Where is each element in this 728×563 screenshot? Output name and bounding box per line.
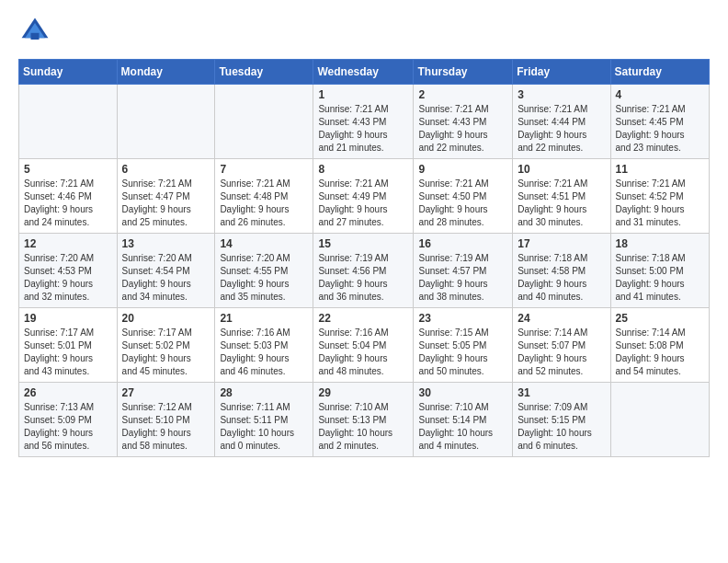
day-info: Sunrise: 7:21 AM Sunset: 4:48 PM Dayligh… xyxy=(220,178,308,229)
day-cell: 12Sunrise: 7:20 AM Sunset: 4:53 PM Dayli… xyxy=(19,234,118,308)
day-cell: 18Sunrise: 7:18 AM Sunset: 5:00 PM Dayli… xyxy=(610,234,709,308)
day-info: Sunrise: 7:20 AM Sunset: 4:54 PM Dayligh… xyxy=(122,252,210,304)
day-info: Sunrise: 7:14 AM Sunset: 5:08 PM Dayligh… xyxy=(616,327,704,378)
day-cell xyxy=(610,383,709,457)
calendar-table: SundayMondayTuesdayWednesdayThursdayFrid… xyxy=(18,59,710,457)
day-info: Sunrise: 7:17 AM Sunset: 5:01 PM Dayligh… xyxy=(24,327,112,378)
weekday-header-friday: Friday xyxy=(513,60,610,85)
day-number: 25 xyxy=(616,312,704,325)
day-cell: 15Sunrise: 7:19 AM Sunset: 4:56 PM Dayli… xyxy=(313,234,414,308)
day-info: Sunrise: 7:21 AM Sunset: 4:44 PM Dayligh… xyxy=(518,103,605,155)
day-cell: 5Sunrise: 7:21 AM Sunset: 4:46 PM Daylig… xyxy=(19,159,118,234)
day-cell: 7Sunrise: 7:21 AM Sunset: 4:48 PM Daylig… xyxy=(215,159,313,234)
day-info: Sunrise: 7:17 AM Sunset: 5:02 PM Dayligh… xyxy=(122,327,210,378)
day-cell: 26Sunrise: 7:13 AM Sunset: 5:09 PM Dayli… xyxy=(19,383,118,457)
day-cell: 31Sunrise: 7:09 AM Sunset: 5:15 PM Dayli… xyxy=(513,383,610,457)
day-cell: 14Sunrise: 7:20 AM Sunset: 4:55 PM Dayli… xyxy=(215,234,313,308)
day-number: 20 xyxy=(122,312,210,325)
day-number: 12 xyxy=(24,237,112,250)
day-info: Sunrise: 7:15 AM Sunset: 5:05 PM Dayligh… xyxy=(418,327,507,378)
day-cell xyxy=(19,85,118,159)
day-info: Sunrise: 7:12 AM Sunset: 5:10 PM Dayligh… xyxy=(122,401,210,453)
day-number: 18 xyxy=(616,237,704,250)
weekday-header-sunday: Sunday xyxy=(19,60,118,85)
weekday-header-saturday: Saturday xyxy=(610,60,709,85)
day-info: Sunrise: 7:09 AM Sunset: 5:15 PM Dayligh… xyxy=(518,401,605,453)
day-info: Sunrise: 7:14 AM Sunset: 5:07 PM Dayligh… xyxy=(518,327,605,378)
day-info: Sunrise: 7:21 AM Sunset: 4:52 PM Dayligh… xyxy=(616,178,704,229)
day-number: 31 xyxy=(518,386,605,399)
day-cell: 29Sunrise: 7:10 AM Sunset: 5:13 PM Dayli… xyxy=(313,383,414,457)
week-row-4: 19Sunrise: 7:17 AM Sunset: 5:01 PM Dayli… xyxy=(19,308,710,383)
day-cell: 6Sunrise: 7:21 AM Sunset: 4:47 PM Daylig… xyxy=(117,159,215,234)
day-cell: 27Sunrise: 7:12 AM Sunset: 5:10 PM Dayli… xyxy=(117,383,215,457)
day-cell: 28Sunrise: 7:11 AM Sunset: 5:11 PM Dayli… xyxy=(215,383,313,457)
day-info: Sunrise: 7:21 AM Sunset: 4:43 PM Dayligh… xyxy=(418,103,507,155)
week-row-3: 12Sunrise: 7:20 AM Sunset: 4:53 PM Dayli… xyxy=(19,234,710,308)
day-info: Sunrise: 7:20 AM Sunset: 4:53 PM Dayligh… xyxy=(24,252,112,304)
day-number: 24 xyxy=(518,312,605,325)
day-cell: 8Sunrise: 7:21 AM Sunset: 4:49 PM Daylig… xyxy=(313,159,414,234)
weekday-header-thursday: Thursday xyxy=(414,60,513,85)
day-cell: 3Sunrise: 7:21 AM Sunset: 4:44 PM Daylig… xyxy=(513,85,610,159)
day-info: Sunrise: 7:21 AM Sunset: 4:43 PM Dayligh… xyxy=(318,103,408,155)
calendar-page: SundayMondayTuesdayWednesdayThursdayFrid… xyxy=(0,0,728,472)
day-cell: 22Sunrise: 7:16 AM Sunset: 5:04 PM Dayli… xyxy=(313,308,414,383)
day-cell: 30Sunrise: 7:10 AM Sunset: 5:14 PM Dayli… xyxy=(414,383,513,457)
day-info: Sunrise: 7:21 AM Sunset: 4:51 PM Dayligh… xyxy=(518,178,605,229)
weekday-header-wednesday: Wednesday xyxy=(313,60,414,85)
day-number: 30 xyxy=(418,386,507,399)
day-info: Sunrise: 7:21 AM Sunset: 4:50 PM Dayligh… xyxy=(418,178,507,229)
day-cell: 21Sunrise: 7:16 AM Sunset: 5:03 PM Dayli… xyxy=(215,308,313,383)
day-number: 27 xyxy=(122,386,210,399)
day-cell: 25Sunrise: 7:14 AM Sunset: 5:08 PM Dayli… xyxy=(610,308,709,383)
week-row-5: 26Sunrise: 7:13 AM Sunset: 5:09 PM Dayli… xyxy=(19,383,710,457)
day-cell: 19Sunrise: 7:17 AM Sunset: 5:01 PM Dayli… xyxy=(19,308,118,383)
day-number: 21 xyxy=(220,312,308,325)
logo-icon xyxy=(18,15,51,48)
weekday-header-tuesday: Tuesday xyxy=(215,60,313,85)
day-cell: 23Sunrise: 7:15 AM Sunset: 5:05 PM Dayli… xyxy=(414,308,513,383)
day-cell: 16Sunrise: 7:19 AM Sunset: 4:57 PM Dayli… xyxy=(414,234,513,308)
day-cell: 9Sunrise: 7:21 AM Sunset: 4:50 PM Daylig… xyxy=(414,159,513,234)
week-row-2: 5Sunrise: 7:21 AM Sunset: 4:46 PM Daylig… xyxy=(19,159,710,234)
day-number: 17 xyxy=(518,237,605,250)
day-info: Sunrise: 7:11 AM Sunset: 5:11 PM Dayligh… xyxy=(220,401,308,453)
logo xyxy=(18,15,55,48)
day-info: Sunrise: 7:21 AM Sunset: 4:46 PM Dayligh… xyxy=(24,178,112,229)
day-info: Sunrise: 7:10 AM Sunset: 5:13 PM Dayligh… xyxy=(318,401,408,453)
day-number: 26 xyxy=(24,386,112,399)
day-info: Sunrise: 7:18 AM Sunset: 5:00 PM Dayligh… xyxy=(616,252,704,304)
day-number: 3 xyxy=(518,88,605,101)
day-info: Sunrise: 7:21 AM Sunset: 4:49 PM Dayligh… xyxy=(318,178,408,229)
day-number: 22 xyxy=(318,312,408,325)
day-cell: 10Sunrise: 7:21 AM Sunset: 4:51 PM Dayli… xyxy=(513,159,610,234)
day-info: Sunrise: 7:19 AM Sunset: 4:56 PM Dayligh… xyxy=(318,252,408,304)
day-number: 5 xyxy=(24,163,112,176)
day-cell: 24Sunrise: 7:14 AM Sunset: 5:07 PM Dayli… xyxy=(513,308,610,383)
day-number: 28 xyxy=(220,386,308,399)
day-number: 2 xyxy=(418,88,507,101)
day-info: Sunrise: 7:21 AM Sunset: 4:47 PM Dayligh… xyxy=(122,178,210,229)
day-cell: 17Sunrise: 7:18 AM Sunset: 4:58 PM Dayli… xyxy=(513,234,610,308)
day-info: Sunrise: 7:13 AM Sunset: 5:09 PM Dayligh… xyxy=(24,401,112,453)
day-cell: 4Sunrise: 7:21 AM Sunset: 4:45 PM Daylig… xyxy=(610,85,709,159)
day-info: Sunrise: 7:19 AM Sunset: 4:57 PM Dayligh… xyxy=(418,252,507,304)
header xyxy=(18,15,710,48)
week-row-1: 1Sunrise: 7:21 AM Sunset: 4:43 PM Daylig… xyxy=(19,85,710,159)
day-cell: 2Sunrise: 7:21 AM Sunset: 4:43 PM Daylig… xyxy=(414,85,513,159)
day-info: Sunrise: 7:10 AM Sunset: 5:14 PM Dayligh… xyxy=(418,401,507,453)
day-cell: 11Sunrise: 7:21 AM Sunset: 4:52 PM Dayli… xyxy=(610,159,709,234)
day-number: 19 xyxy=(24,312,112,325)
day-number: 9 xyxy=(418,163,507,176)
day-number: 14 xyxy=(220,237,308,250)
day-cell: 13Sunrise: 7:20 AM Sunset: 4:54 PM Dayli… xyxy=(117,234,215,308)
day-number: 11 xyxy=(616,163,704,176)
svg-rect-2 xyxy=(31,33,40,40)
day-number: 7 xyxy=(220,163,308,176)
day-cell: 20Sunrise: 7:17 AM Sunset: 5:02 PM Dayli… xyxy=(117,308,215,383)
day-number: 13 xyxy=(122,237,210,250)
day-number: 1 xyxy=(318,88,408,101)
day-number: 8 xyxy=(318,163,408,176)
weekday-header-row: SundayMondayTuesdayWednesdayThursdayFrid… xyxy=(19,60,710,85)
